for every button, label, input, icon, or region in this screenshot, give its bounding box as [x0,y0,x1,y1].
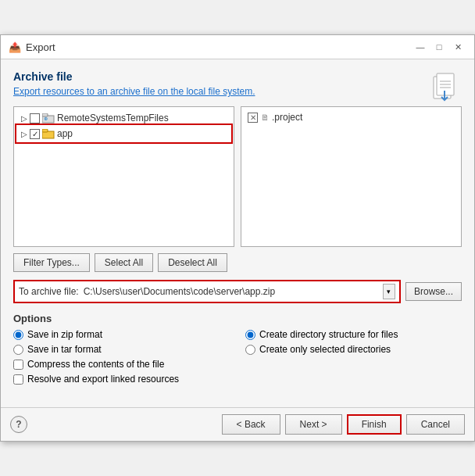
cancel-button[interactable]: Cancel [406,414,465,435]
archive-row: To archive file: ▾ Browse... [13,280,462,303]
expand-icon-app[interactable]: ▷ [19,128,30,139]
main-panels: ▷ ⊕ RemoteSystemsTempFiles ▷ [13,106,462,247]
option-zip: Save in zip format [13,329,230,340]
x-mark-icon: ✕ [250,113,256,122]
selected-dirs-label: Create only selected directories [259,344,391,355]
export-icon [427,70,462,105]
checkbox-project[interactable]: ✕ [248,113,258,123]
footer-left: ? [10,416,27,433]
titlebar-title: 📤 Export [9,41,55,53]
right-label-project: .project [272,112,302,123]
archive-dropdown-button[interactable]: ▾ [383,284,395,299]
tree-item-remote[interactable]: ▷ ⊕ RemoteSystemsTempFiles [17,110,230,126]
remote-folder-icon: ⊕ [42,112,55,124]
option-compress: Compress the contents of the file [13,359,230,370]
archive-path-input[interactable] [84,286,383,297]
titlebar-controls: — □ ✕ [412,40,466,54]
help-button[interactable]: ? [10,416,27,433]
title-text: Export [26,41,55,53]
minimize-button[interactable]: — [412,40,429,54]
resolve-label: Resolve and export linked resources [27,374,179,385]
archive-input-box: To archive file: ▾ [13,280,401,303]
tree-label-remote: RemoteSystemsTempFiles [57,113,169,123]
selected-dirs-radio[interactable] [245,345,255,355]
right-panel: ✕ 🗎 .project [241,106,462,247]
tree-label-app: app [57,128,73,139]
maximize-button[interactable]: □ [430,40,448,54]
option-selected-dirs: Create only selected directories [245,344,462,355]
tree-item-app[interactable]: ▷ app [17,126,230,141]
select-all-button[interactable]: Select All [95,253,153,272]
svg-text:⊕: ⊕ [44,116,48,121]
back-button[interactable]: < Back [222,414,280,435]
dir-structure-label: Create directory structure for files [259,329,398,340]
section-title: Archive file [13,70,255,83]
options-right-col: Create directory structure for files Cre… [245,329,462,388]
project-file-icon: 🗎 [261,113,270,122]
option-resolve: Resolve and export linked resources [13,374,230,385]
dialog-content: Archive file Export resources to an arch… [1,59,474,407]
zip-radio[interactable] [13,330,23,340]
dir-structure-radio[interactable] [245,330,255,340]
right-item-project[interactable]: ✕ 🗎 .project [245,110,458,124]
left-tree-panel: ▷ ⊕ RemoteSystemsTempFiles ▷ [13,106,234,247]
close-button[interactable]: ✕ [449,40,466,54]
tree-buttons: Filter Types... Select All Deselect All [13,253,462,272]
finish-button[interactable]: Finish [347,414,402,435]
option-dir-structure: Create directory structure for files [245,329,462,340]
title-icon: 📤 [9,41,21,53]
next-button[interactable]: Next > [285,414,342,435]
archive-label: To archive file: [19,286,79,297]
compress-label: Compress the contents of the file [27,359,164,370]
footer: ? < Back Next > Finish Cancel [1,407,474,441]
options-section: Options Save in zip format Save in tar f… [13,313,462,388]
export-dialog: 📤 Export — □ ✕ Archive file Export resou… [0,34,475,442]
filter-types-button[interactable]: Filter Types... [13,253,90,272]
zip-label: Save in zip format [27,329,102,340]
resolve-checkbox[interactable] [13,374,23,385]
expand-icon-remote[interactable]: ▷ [19,113,30,123]
options-grid: Save in zip format Save in tar format Co… [13,329,462,388]
checkbox-remote[interactable] [30,113,40,123]
deselect-all-button[interactable]: Deselect All [158,253,227,272]
checkbox-app[interactable] [30,129,40,139]
section-description: Export resources to an archive file on t… [13,86,255,97]
svg-rect-9 [42,129,48,132]
options-title: Options [13,313,462,324]
options-left-col: Save in zip format Save in tar format Co… [13,329,230,388]
tar-radio[interactable] [13,345,23,355]
footer-right: < Back Next > Finish Cancel [222,414,465,435]
option-tar: Save in tar format [13,344,230,355]
browse-button[interactable]: Browse... [405,282,462,301]
compress-checkbox[interactable] [13,360,23,370]
app-folder-icon [42,127,55,140]
titlebar: 📤 Export — □ ✕ [1,35,474,59]
tar-label: Save in tar format [27,344,102,355]
